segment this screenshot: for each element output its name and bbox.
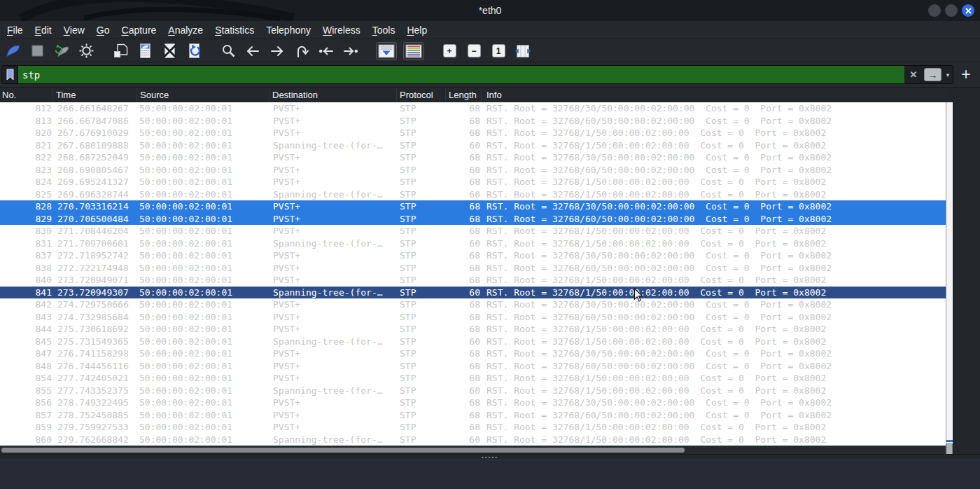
column-header-no[interactable]: No. [0, 88, 53, 102]
packet-row[interactable]: 830271.70844620450:00:00:02:00:01PVST+ST… [0, 225, 946, 237]
cell-source: 50:00:00:02:00:01 [137, 360, 270, 373]
cell-destination: PVST+ [270, 151, 397, 164]
column-header-source[interactable]: Source [137, 88, 270, 102]
packet-row[interactable]: 824269.69524132750:00:00:02:00:01PVST+ST… [0, 176, 946, 188]
zoom-reset-button[interactable]: 1 [489, 42, 507, 60]
apply-filter-button[interactable]: → [924, 68, 941, 81]
packet-row[interactable]: 838272.72217494850:00:00:02:00:01PVST+ST… [0, 262, 946, 275]
clear-filter-icon[interactable]: ✕ [904, 69, 923, 80]
packet-row[interactable]: 829270.70650048450:00:00:02:00:01PVST+ST… [0, 213, 946, 226]
save-file-button[interactable] [136, 42, 154, 60]
column-header-protocol[interactable]: Protocol [397, 88, 446, 102]
packet-row[interactable]: 837272.71895274250:00:00:02:00:01PVST+ST… [0, 249, 946, 262]
zoom-in-button[interactable]: + [440, 42, 458, 60]
auto-scroll-button[interactable] [376, 42, 397, 60]
maximize-button[interactable] [945, 4, 958, 17]
filter-input[interactable]: stp [18, 66, 904, 83]
filter-dropdown-caret[interactable]: ▾ [943, 71, 953, 78]
column-header-destination[interactable]: Destination [270, 88, 397, 102]
packet-row[interactable]: 856278.74932249550:00:00:02:00:01PVST+ST… [0, 397, 946, 409]
menu-item-capture[interactable]: Capture [122, 25, 157, 36]
packet-row[interactable]: 822268.68725204950:00:00:02:00:01PVST+ST… [0, 151, 946, 164]
capture-options-button[interactable] [77, 42, 95, 60]
menu-item-wireless[interactable]: Wireless [323, 25, 360, 36]
packet-row[interactable]: 857278.75245088550:00:00:02:00:01PVST+ST… [0, 409, 946, 422]
cell-destination: PVST+ [270, 213, 397, 226]
menu-item-telephony[interactable]: Telephony [266, 25, 311, 36]
start-capture-button[interactable] [4, 42, 22, 60]
packet-row[interactable]: 859279.75992753350:00:00:02:00:01PVST+ST… [0, 421, 946, 434]
packet-row[interactable]: 855277.74335237550:00:00:02:00:01Spannin… [0, 385, 946, 397]
column-header-length[interactable]: Length [446, 88, 482, 102]
packet-row[interactable]: 844275.73061869250:00:00:02:00:01PVST+ST… [0, 323, 946, 336]
resize-columns-button[interactable] [514, 42, 532, 60]
find-packet-button[interactable] [219, 42, 237, 60]
packet-row[interactable]: 840273.72094907150:00:00:02:00:01PVST+ST… [0, 274, 946, 287]
restart-capture-button[interactable] [52, 42, 71, 60]
go-last-button[interactable] [342, 42, 360, 60]
go-to-packet-button[interactable] [293, 42, 311, 60]
reload-file-icon [186, 43, 202, 59]
filter-field[interactable]: stp ✕ → ▾ [1, 65, 953, 84]
go-back-button[interactable] [244, 42, 262, 60]
cell-source: 50:00:00:02:00:01 [137, 311, 270, 324]
packet-row[interactable]: 812266.66164826750:00:00:02:00:01PVST+ST… [0, 102, 946, 115]
cell-length: 60 [446, 188, 482, 201]
titlebar[interactable]: *eth0 [0, 0, 980, 21]
open-file-button[interactable] [111, 42, 130, 60]
zoom-out-button[interactable]: − [465, 42, 483, 60]
packet-row[interactable]: 813266.66784708650:00:00:02:00:01PVST+ST… [0, 115, 946, 128]
horizontal-scrollbar-thumb[interactable] [1, 448, 685, 453]
packet-row[interactable]: 821267.68010988850:00:00:02:00:01Spannin… [0, 139, 946, 152]
filter-bookmark-button[interactable] [2, 66, 18, 83]
cell-time: 271.709700601 [53, 237, 137, 250]
cell-protocol: STP [397, 372, 446, 385]
bookmark-icon [6, 69, 15, 81]
packet-row[interactable]: 841273.72094930750:00:00:02:00:01Spannin… [0, 287, 946, 299]
packet-row[interactable]: 831271.70970060150:00:00:02:00:01Spannin… [0, 237, 946, 250]
menu-item-view[interactable]: View [64, 25, 85, 36]
cell-length: 68 [446, 347, 482, 360]
packet-row[interactable]: 842274.72975066650:00:00:02:00:01PVST+ST… [0, 298, 946, 311]
packet-row[interactable]: 823268.69080546750:00:00:02:00:01PVST+ST… [0, 164, 946, 177]
reload-file-button[interactable] [185, 42, 203, 60]
packet-row[interactable]: 854277.74240502150:00:00:02:00:01PVST+ST… [0, 372, 946, 385]
column-header-time[interactable]: Time [53, 88, 137, 102]
packet-row[interactable]: 828270.70331621450:00:00:02:00:01PVST+ST… [0, 200, 946, 213]
close-file-button[interactable] [160, 42, 178, 60]
menu-item-analyze[interactable]: Analyze [168, 25, 203, 36]
packet-row[interactable]: 820267.67691002950:00:00:02:00:01PVST+ST… [0, 127, 946, 139]
packet-row[interactable]: 848276.74445611650:00:00:02:00:01PVST+ST… [0, 360, 946, 373]
vertical-scrollbar-thumb[interactable] [946, 443, 953, 455]
menu-item-tools[interactable]: Tools [372, 25, 396, 36]
add-filter-button[interactable]: + [958, 65, 974, 84]
cell-length: 68 [446, 249, 482, 262]
pane-splitter[interactable]: ••••• [0, 454, 980, 460]
menu-item-go[interactable]: Go [97, 25, 110, 36]
cell-length: 68 [446, 213, 482, 226]
close-button[interactable] [962, 4, 974, 17]
packet-row[interactable]: 860279.76266884250:00:00:02:00:01Spannin… [0, 434, 946, 446]
go-first-button[interactable] [317, 42, 335, 60]
cell-time: 267.676910029 [53, 127, 137, 139]
vertical-scrollbar[interactable] [946, 102, 953, 455]
minimize-button[interactable] [928, 4, 941, 17]
cell-source: 50:00:00:02:00:01 [137, 225, 270, 237]
menu-item-statistics[interactable]: Statistics [215, 25, 254, 36]
packet-row[interactable]: 843274.73298568450:00:00:02:00:01PVST+ST… [0, 311, 946, 324]
close-icon [965, 8, 972, 14]
menu-item-file[interactable]: File [7, 25, 23, 36]
menu-item-edit[interactable]: Edit [35, 25, 52, 36]
colorize-button[interactable] [403, 42, 424, 60]
colorize-icon [405, 44, 422, 58]
menu-item-help[interactable]: Help [407, 25, 427, 36]
cell-protocol: STP [397, 397, 446, 409]
stop-capture-button[interactable] [28, 42, 46, 60]
packet-row[interactable]: 825269.69632874450:00:00:02:00:01Spannin… [0, 188, 946, 201]
packet-list-area: No.TimeSourceDestinationProtocolLengthIn… [0, 87, 980, 454]
packet-row[interactable]: 845275.73154936550:00:00:02:00:01Spannin… [0, 336, 946, 348]
packet-row[interactable]: 847276.74115829850:00:00:02:00:01PVST+ST… [0, 347, 946, 360]
column-header-info[interactable]: Info [482, 88, 946, 102]
go-forward-button[interactable] [268, 42, 286, 60]
cell-destination: PVST+ [270, 164, 397, 177]
